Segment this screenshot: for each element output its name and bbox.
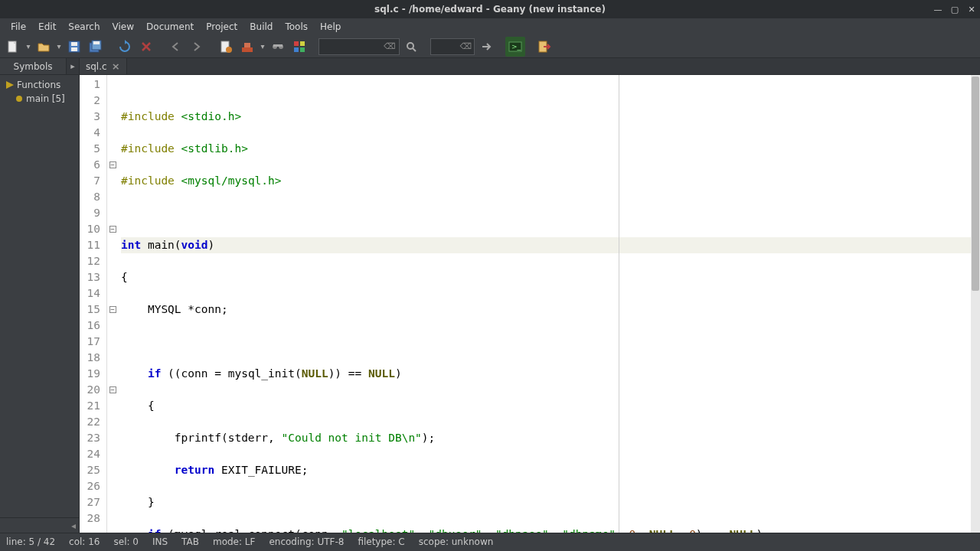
status-filetype: filetype: C [358,536,404,547]
menu-build[interactable]: Build [243,19,279,34]
sidebar: Symbols ▸ Functions main [5] ◂ [0,58,80,533]
sidebar-collapse-icon[interactable]: ◂ [71,520,76,531]
svg-point-22 [407,43,413,49]
tab-sql-c[interactable]: sql.c × [80,58,127,74]
long-line-marker [619,75,619,533]
fold-icon[interactable]: − [109,386,116,393]
tree-label: Functions [17,80,60,90]
toolbar: ▾ ▾ ▾ ⌫ ⌫ >_ [0,35,980,58]
svg-rect-19 [300,41,305,46]
status-col: col: 16 [69,536,100,547]
open-file-button[interactable] [34,37,54,57]
menu-document[interactable]: Document [140,19,200,34]
document-tabs: sql.c × [80,58,980,75]
status-ins: INS [152,536,168,547]
status-line: line: 5 / 42 [6,536,55,547]
svg-point-12 [226,47,232,53]
svg-rect-14 [244,43,250,47]
svg-rect-7 [93,41,100,44]
code-content[interactable]: #include <stdio.h> #include <stdlib.h> #… [118,75,980,533]
fold-icon[interactable]: − [109,226,116,233]
svg-marker-8 [125,40,127,44]
close-icon[interactable]: ✕ [966,4,977,15]
svg-rect-17 [273,44,283,47]
function-group-icon [6,81,14,89]
new-file-button[interactable] [3,37,23,57]
svg-rect-13 [242,47,253,52]
nav-forward-button[interactable] [187,37,207,57]
svg-marker-27 [6,81,14,89]
svg-point-28 [16,96,22,102]
window-title: sql.c - /home/edward - Geany (new instan… [374,4,606,15]
tab-close-icon[interactable]: × [112,60,120,72]
line-gutter: 1234567891011121314151617181920212223242… [80,75,107,533]
tree-functions[interactable]: Functions [2,78,77,92]
menu-view[interactable]: View [106,19,140,34]
save-button[interactable] [64,37,84,57]
svg-rect-21 [300,47,305,52]
svg-rect-3 [71,42,77,46]
color-chooser-button[interactable] [289,37,309,57]
close-file-button[interactable] [136,37,156,57]
menu-tools[interactable]: Tools [279,19,314,34]
tree-main[interactable]: main [5] [2,92,77,106]
save-all-button[interactable] [86,37,106,57]
svg-line-23 [413,48,416,51]
goto-button[interactable] [476,37,496,57]
svg-text:>_: >_ [511,43,521,51]
scroll-thumb[interactable] [972,77,979,291]
terminal-button[interactable]: >_ [505,37,525,57]
find-field[interactable]: ⌫ [318,38,400,55]
status-scope: scope: unknown [419,536,494,547]
svg-rect-18 [294,41,299,46]
status-mode: mode: LF [213,536,255,547]
menu-edit[interactable]: Edit [32,19,62,34]
open-dropdown-icon[interactable]: ▾ [55,42,63,51]
run-button[interactable] [268,37,288,57]
status-sel: sel: 0 [114,536,139,547]
build-button[interactable] [237,37,257,57]
menu-file[interactable]: File [5,19,32,34]
new-dropdown-icon[interactable]: ▾ [24,42,32,51]
clear-find-icon[interactable]: ⌫ [384,41,396,51]
vertical-scrollbar[interactable] [971,75,980,533]
fold-icon[interactable]: − [109,306,116,313]
clear-goto-icon[interactable]: ⌫ [460,41,472,51]
build-dropdown-icon[interactable]: ▾ [259,42,266,51]
reload-button[interactable] [115,37,135,57]
minimize-icon[interactable]: — [933,4,943,15]
code-editor[interactable]: 1234567891011121314151617181920212223242… [80,75,980,533]
fold-icon[interactable]: − [109,161,116,168]
tree-label: main [5] [26,93,65,104]
menu-help[interactable]: Help [314,19,347,34]
tab-label: sql.c [86,61,107,72]
svg-rect-4 [71,47,77,51]
menu-search[interactable]: Search [62,19,106,34]
function-icon [15,95,23,103]
maximize-icon[interactable]: ▢ [949,4,960,15]
status-encoding: encoding: UTF-8 [269,536,344,547]
nav-back-button[interactable] [165,37,185,57]
fold-column: − − − − [107,75,118,533]
status-tab: TAB [181,536,199,547]
menu-project[interactable]: Project [200,19,243,34]
goto-input[interactable] [434,41,460,52]
svg-rect-20 [294,47,299,52]
compile-button[interactable] [216,37,236,57]
titlebar: sql.c - /home/edward - Geany (new instan… [0,0,980,18]
goto-field[interactable]: ⌫ [430,38,475,55]
sidebar-tab-symbols[interactable]: Symbols [0,58,67,74]
find-button[interactable] [401,37,421,57]
quit-button[interactable] [534,37,554,57]
find-input[interactable] [322,41,384,52]
statusbar: line: 5 / 42 col: 16 sel: 0 INS TAB mode… [0,533,980,549]
menubar: File Edit Search View Document Project B… [0,18,980,35]
sidebar-tab-more-icon[interactable]: ▸ [67,58,79,74]
